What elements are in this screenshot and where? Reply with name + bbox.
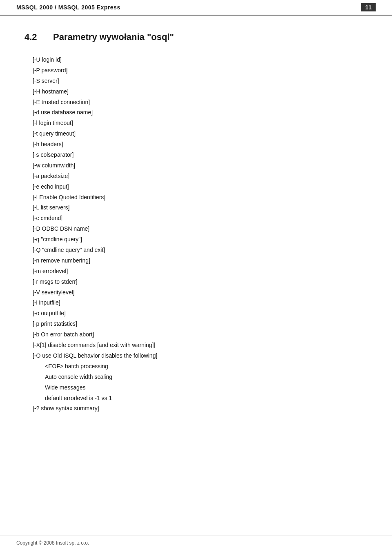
list-item: [-V severitylevel] xyxy=(33,287,368,298)
list-item: [-o outputfile] xyxy=(33,308,368,319)
list-item: [-n remove numbering] xyxy=(33,256,368,266)
sub-list-item: default errorlevel is -1 vs 1 xyxy=(45,393,368,404)
params-list: [-U login id] [-P password] [-S server] … xyxy=(33,55,368,414)
list-item: [-E trusted connection] xyxy=(33,97,368,108)
list-item: [-s colseparator] xyxy=(33,150,368,160)
list-item: [-r msgs to stderr] xyxy=(33,277,368,287)
list-item: [-e echo input] xyxy=(33,182,368,192)
sub-list-item: <EOF> batch processing xyxy=(45,361,368,372)
list-item: [-c cmdend] xyxy=(33,213,368,224)
footer-bar: Copyright © 2008 Insoft sp. z o.o. xyxy=(0,536,392,546)
page-container: MSSQL 2000 / MSSQL 2005 Express 11 4.2 P… xyxy=(0,0,392,554)
list-item: [-Q "cmdline query" and exit] xyxy=(33,245,368,256)
sub-list-item: Wide messages xyxy=(45,383,368,393)
footer-text: Copyright © 2008 Insoft sp. z o.o. xyxy=(16,540,89,546)
list-item: [-H hostname] xyxy=(33,87,368,97)
list-item: [-q "cmdline query"] xyxy=(33,234,368,245)
list-item: [-m errorlevel] xyxy=(33,266,368,277)
list-item: [-I Enable Quoted Identifiers] xyxy=(33,192,368,203)
list-item: [-b On error batch abort] xyxy=(33,329,368,340)
list-item: [-O use Old ISQL behavior disables the f… xyxy=(33,351,368,361)
list-item: [-w columnwidth] xyxy=(33,160,368,171)
list-item: [-d use database name] xyxy=(33,107,368,118)
list-item: [-h headers] xyxy=(33,139,368,150)
list-item: [-p print statistics] xyxy=(33,319,368,329)
header-title: MSSQL 2000 / MSSQL 2005 Express xyxy=(16,4,120,11)
header-bar: MSSQL 2000 / MSSQL 2005 Express 11 xyxy=(0,0,392,16)
list-item: [-i inputfile] xyxy=(33,298,368,308)
list-item: [-P password] xyxy=(33,65,368,76)
content-area: 4.2 Parametry wywołania "osql" [-U login… xyxy=(0,16,392,438)
section-title: Parametry wywołania "osql" xyxy=(53,32,174,42)
header-page-number: 11 xyxy=(361,3,376,11)
list-item: [-L list servers] xyxy=(33,202,368,213)
list-item: [-U login id] xyxy=(33,55,368,65)
sub-list-item-auto-console: Auto console width scaling xyxy=(45,372,368,383)
list-item: [-a packetsize] xyxy=(33,171,368,182)
section-number: 4.2 xyxy=(24,32,45,42)
list-item: [-l login timeout] xyxy=(33,118,368,129)
list-item: [-? show syntax summary] xyxy=(33,403,368,414)
section-heading: 4.2 Parametry wywołania "osql" xyxy=(24,32,368,42)
sub-list: <EOF> batch processing Auto console widt… xyxy=(45,361,368,404)
list-item: [-X[1] disable commands [and exit with w… xyxy=(33,340,368,351)
list-item: [-D ODBC DSN name] xyxy=(33,224,368,234)
list-item: [-t query timeout] xyxy=(33,129,368,139)
list-item: [-S server] xyxy=(33,76,368,87)
